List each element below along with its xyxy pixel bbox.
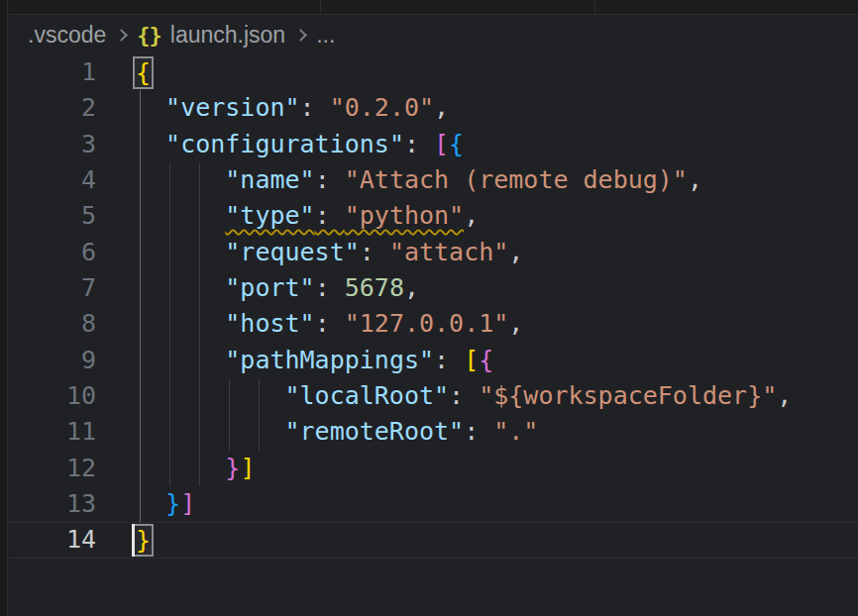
sidebar-edge-strip (0, 0, 8, 616)
token: [ (434, 130, 449, 158)
code-text: { (136, 55, 151, 89)
token: , (777, 381, 792, 410)
tab-bar[interactable] (9, 0, 858, 15)
token: : (449, 381, 479, 410)
indent-guide (199, 162, 200, 198)
token: "attach" (389, 238, 508, 266)
line-number: 13 (9, 487, 96, 521)
token: : (315, 309, 345, 338)
token (136, 381, 285, 410)
breadcrumb-item-folder[interactable]: .vscode (28, 22, 106, 49)
token (136, 454, 225, 482)
token: } (225, 454, 240, 482)
matched-bracket: { (133, 56, 154, 89)
indent-guide (259, 414, 260, 450)
code-line-6[interactable]: 6 "request": "attach", (9, 235, 858, 270)
code-line-13[interactable]: 13 }] (9, 486, 858, 522)
token: : (315, 273, 345, 302)
indent-guide (169, 235, 170, 270)
token (136, 201, 225, 230)
token: : (404, 130, 434, 158)
active-indent-guide (140, 198, 141, 234)
line-number: 7 (9, 271, 96, 305)
code-text: "configurations": [{ (136, 128, 464, 161)
code-text: }] (136, 487, 195, 521)
indent-guide (169, 378, 170, 414)
indent-guide (169, 162, 170, 198)
token: "127.0.0.1" (345, 309, 509, 338)
line-number: 11 (9, 415, 96, 449)
indent-guide (199, 451, 200, 486)
active-indent-guide (140, 451, 141, 486)
code-text: "request": "attach", (136, 236, 523, 269)
code-line-9[interactable]: 9 "pathMappings": [{ (9, 343, 858, 378)
code-line-11[interactable]: 11 "remoteRoot": "." (9, 414, 858, 450)
indent-guide (169, 343, 170, 378)
chevron-right-icon (115, 29, 128, 42)
token: "type" (225, 201, 314, 230)
token: : (360, 238, 389, 266)
matched-bracket: } (133, 524, 154, 557)
tab-separator (320, 0, 321, 14)
active-indent-guide (140, 486, 141, 522)
code-line-10[interactable]: 10 "localRoot": "${workspaceFolder}", (9, 378, 858, 414)
token: "port" (225, 273, 314, 302)
token: "0.2.0" (330, 93, 434, 122)
code-line-7[interactable]: 7 "port": 5678, (9, 270, 858, 306)
token (136, 346, 225, 374)
line-number: 9 (9, 344, 96, 377)
token: , (508, 309, 523, 338)
code-line-2[interactable]: 2 "version": "0.2.0", (9, 90, 858, 126)
indent-guide (229, 378, 230, 414)
token: "python" (345, 201, 464, 230)
code-text: "version": "0.2.0", (136, 91, 449, 125)
code-line-4[interactable]: 4 "name": "Attach (remote debug)", (9, 162, 858, 198)
token: "name" (225, 165, 314, 194)
active-indent-guide (140, 162, 141, 198)
breadcrumb: .vscode{}launch.json... (9, 16, 858, 54)
indent-guide (229, 414, 230, 450)
token (136, 273, 225, 302)
indent-guide (199, 343, 200, 378)
active-indent-guide (140, 270, 141, 306)
line-number: 8 (9, 307, 96, 341)
line-number: 6 (9, 236, 96, 269)
token: "configurations" (165, 130, 404, 158)
code-line-8[interactable]: 8 "host": "127.0.0.1", (9, 306, 858, 342)
token: "host" (225, 309, 314, 338)
code-line-5[interactable]: 5 "type": "python", (9, 198, 858, 234)
token: [ (464, 346, 479, 374)
code-line-3[interactable]: 3 "configurations": [{ (9, 127, 858, 162)
line-number: 1 (9, 55, 96, 89)
token: "pathMappings" (225, 346, 434, 374)
code-text: "name": "Attach (remote debug)", (136, 163, 702, 197)
token (136, 309, 225, 338)
token: : (300, 93, 330, 122)
breadcrumb-item-file[interactable]: launch.json (170, 22, 285, 49)
indent-guide (199, 414, 200, 450)
editor[interactable]: 1{2 "version": "0.2.0",3 "configurations… (9, 54, 858, 616)
indent-guide (199, 378, 200, 414)
token: "." (493, 417, 538, 446)
token: "Attach (remote debug)" (345, 165, 688, 194)
indent-guide (169, 198, 170, 234)
token (136, 238, 225, 266)
indent-guide (199, 306, 200, 342)
code-line-14[interactable]: 14} (9, 522, 858, 558)
token: "remoteRoot" (285, 417, 465, 446)
code-text: } (136, 523, 151, 557)
token: : (315, 165, 345, 194)
token: , (434, 93, 449, 122)
code-line-1[interactable]: 1{ (9, 54, 858, 90)
active-indent-guide (140, 90, 141, 126)
code-line-12[interactable]: 12 }] (9, 451, 858, 486)
code-text: "port": 5678, (136, 271, 419, 305)
token: : (315, 201, 345, 230)
token: , (688, 165, 702, 194)
token: "request" (225, 238, 359, 266)
token: "localRoot" (285, 381, 450, 410)
token: , (508, 238, 523, 266)
token: ] (240, 454, 255, 482)
active-indent-guide (140, 378, 141, 414)
breadcrumb-item-symbol-ellipsis[interactable]: ... (316, 22, 335, 49)
